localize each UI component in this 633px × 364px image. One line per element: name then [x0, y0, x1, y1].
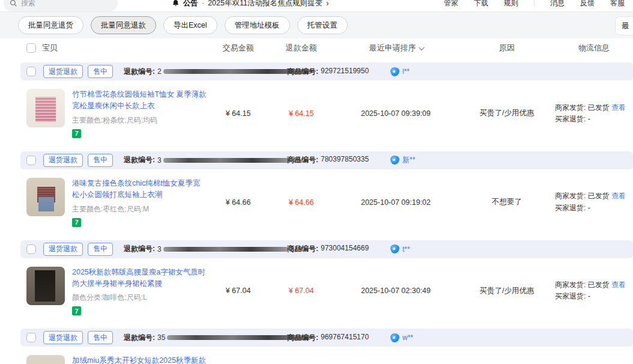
- refund-no-prefix: 3: [157, 156, 162, 165]
- batch-actions-toolbar: 批量同意退货 批量同意退款 导出Excel 管理地址模板 托管设置 最: [0, 12, 633, 38]
- hosting-settings-button[interactable]: 托管设置: [297, 16, 348, 34]
- product-title-link[interactable]: 竹节棉雪花条纹圆领短袖T恤女 夏季薄款宽松显瘦休闲中长款上衣: [72, 89, 207, 112]
- item-no-value: 973004154669: [321, 244, 369, 254]
- nav-link-assistant[interactable]: 管家: [444, 0, 458, 8]
- top-nav-links: 管家 下载 规则 消息 反馈 客服: [444, 0, 625, 8]
- chevron-down-icon: [418, 44, 424, 50]
- product-attributes: 主要颜色:枣红色;尺码:M: [72, 204, 207, 214]
- seven-day-badge: 7: [72, 306, 81, 315]
- bell-icon: [172, 0, 180, 7]
- nav-link-messages[interactable]: 消息: [550, 0, 565, 8]
- logistics-info: 商家发货: 已发货 查看 买家退货: -: [555, 102, 633, 125]
- refund-return-tag-button[interactable]: 退货退款: [43, 243, 83, 256]
- header-trade-amount: 交易金额: [207, 43, 270, 53]
- announcement-arrow-icon[interactable]: ›: [326, 0, 329, 8]
- seven-day-badge: 7: [72, 129, 81, 138]
- trade-amount: ¥ 67.04: [207, 287, 270, 295]
- refund-no-prefix: 3: [157, 245, 162, 253]
- export-excel-button[interactable]: 导出Excel: [163, 16, 217, 34]
- sort-label: 最近申请排序: [369, 43, 416, 53]
- buyer-name-link[interactable]: w**: [402, 333, 413, 342]
- wangwang-chat-icon[interactable]: [390, 244, 399, 253]
- search-icon: [10, 0, 17, 7]
- wangwang-chat-icon[interactable]: [390, 67, 399, 76]
- buyer-return-status: 买家退货: -: [555, 114, 629, 125]
- item-no-value: 969767415170: [321, 333, 369, 343]
- refund-row: 加绒miu系秀太开衫女短款2025秋季新款: [20, 347, 633, 364]
- nav-divider: [534, 0, 535, 7]
- product-title-link[interactable]: 港味复古撞色条纹chic纯棉t恤女夏季宽松小众圆领打底短袖上衣潮: [72, 178, 207, 201]
- refund-no-prefix: 2: [157, 67, 162, 76]
- refund-row: 竹节棉雪花条纹圆领短袖T恤女 夏季薄款宽松显瘦休闲中长款上衣 主要颜色:粉条纹;…: [20, 80, 633, 147]
- seller-shipping-status: 商家发货: 已发货: [555, 192, 610, 200]
- product-title-link[interactable]: 2025秋新款韩版高腰显瘦a字裙女气质时尚大摆半身裙半身裙松紧腰: [72, 267, 207, 290]
- item-no-label: 商品编号:: [287, 67, 318, 77]
- in-sale-tag-button[interactable]: 售中: [88, 154, 113, 167]
- batch-agree-refund-button[interactable]: 批量同意退款: [91, 16, 156, 34]
- in-sale-tag-button[interactable]: 售中: [88, 331, 113, 344]
- refund-reason: 买贵了/少用优惠: [459, 108, 555, 118]
- item-no-value: 780397850335: [321, 155, 369, 165]
- apply-time: 2025-10-07 09:19:02: [333, 198, 459, 207]
- item-no-label: 商品编号:: [287, 155, 318, 165]
- in-sale-tag-button[interactable]: 售中: [88, 243, 113, 256]
- announcement-text: 2025年双11活动报名焦点规则提变: [208, 0, 323, 8]
- item-no-value: 929721519950: [321, 67, 369, 77]
- item-no-label: 商品编号:: [287, 244, 318, 254]
- seven-day-badge: 7: [72, 218, 81, 227]
- trade-amount: ¥ 64.66: [207, 198, 270, 207]
- manage-address-template-button[interactable]: 管理地址模板: [225, 16, 290, 34]
- refund-no-prefix: 35: [157, 333, 165, 342]
- header-reason: 原因: [459, 43, 555, 53]
- product-thumbnail[interactable]: [26, 178, 65, 216]
- product-thumbnail[interactable]: [26, 355, 65, 364]
- buyer-name-link[interactable]: l**: [402, 67, 410, 76]
- refund-table: 宝贝 交易金额 退款金额 最近申请排序 原因 物流信息 退货退款 售中 退款编号…: [20, 38, 633, 364]
- row-checkbox[interactable]: [26, 244, 36, 254]
- product-thumbnail[interactable]: [26, 89, 65, 127]
- refund-amount: ¥ 64.66: [270, 198, 333, 207]
- header-sort-by-apply-time[interactable]: 最近申请排序: [333, 43, 459, 53]
- header-logistics: 物流信息: [555, 43, 633, 53]
- refund-amount: ¥ 67.04: [270, 287, 333, 295]
- refund-group-header: 退货退款 售中 退款编号: 2 商品编号:929721519950 l**: [20, 62, 633, 80]
- refund-no-label: 退款编号:: [124, 333, 155, 343]
- wangwang-chat-icon[interactable]: [390, 333, 399, 342]
- refund-group-header: 退货退款 售中 退款编号: 3 46 商品编号:780397850335 新**: [20, 151, 633, 169]
- top-bar: 搜索 公告 · 2025年双11活动报名焦点规则提变 › 管家 下载 规则 消息…: [0, 0, 633, 12]
- buyer-name-link[interactable]: 新**: [402, 155, 415, 165]
- logistics-info: 商家发货: 已发货 查看 买家退货: -: [555, 279, 633, 302]
- search-input[interactable]: 搜索: [4, 0, 118, 11]
- refund-return-tag-button[interactable]: 退货退款: [43, 154, 83, 167]
- item-no-label: 商品编号:: [287, 333, 318, 343]
- nav-link-feedback[interactable]: 反馈: [580, 0, 595, 8]
- more-button-partial[interactable]: 最: [615, 16, 633, 35]
- nav-link-support[interactable]: 客服: [610, 0, 625, 8]
- in-sale-tag-button[interactable]: 售中: [88, 65, 113, 78]
- refund-row: 港味复古撞色条纹chic纯棉t恤女夏季宽松小众圆领打底短袖上衣潮 主要颜色:枣红…: [20, 169, 633, 235]
- select-all-checkbox[interactable]: [26, 43, 36, 53]
- refund-management-page: 搜索 公告 · 2025年双11活动报名焦点规则提变 › 管家 下载 规则 消息…: [0, 0, 633, 364]
- product-title-link[interactable]: 加绒miu系秀太开衫女短款2025秋季新款: [72, 355, 207, 364]
- refund-return-tag-button[interactable]: 退货退款: [43, 331, 83, 344]
- announcement-banner[interactable]: 公告 · 2025年双11活动报名焦点规则提变 ›: [172, 0, 329, 8]
- search-placeholder: 搜索: [21, 0, 35, 8]
- buyer-return-status: 买家退货: -: [555, 202, 629, 214]
- announcement-label: 公告: [183, 0, 198, 8]
- refund-return-tag-button[interactable]: 退货退款: [43, 65, 83, 78]
- row-checkbox[interactable]: [26, 156, 36, 165]
- row-checkbox[interactable]: [26, 333, 36, 342]
- nav-link-download[interactable]: 下载: [474, 0, 488, 8]
- announcement-separator: ·: [202, 0, 204, 7]
- header-refund-amount: 退款金额: [270, 43, 333, 53]
- apply-time: 2025-10-07 09:39:09: [333, 109, 459, 118]
- batch-agree-return-goods-button[interactable]: 批量同意退货: [18, 16, 83, 34]
- nav-link-rules[interactable]: 规则: [504, 0, 518, 8]
- view-logistics-link[interactable]: 查看: [611, 192, 626, 200]
- view-logistics-link[interactable]: 查看: [611, 103, 626, 112]
- buyer-name-link[interactable]: t**: [402, 245, 410, 253]
- wangwang-chat-icon[interactable]: [390, 156, 399, 165]
- product-thumbnail[interactable]: [26, 267, 65, 305]
- view-logistics-link[interactable]: 查看: [611, 281, 626, 289]
- row-checkbox[interactable]: [26, 67, 36, 76]
